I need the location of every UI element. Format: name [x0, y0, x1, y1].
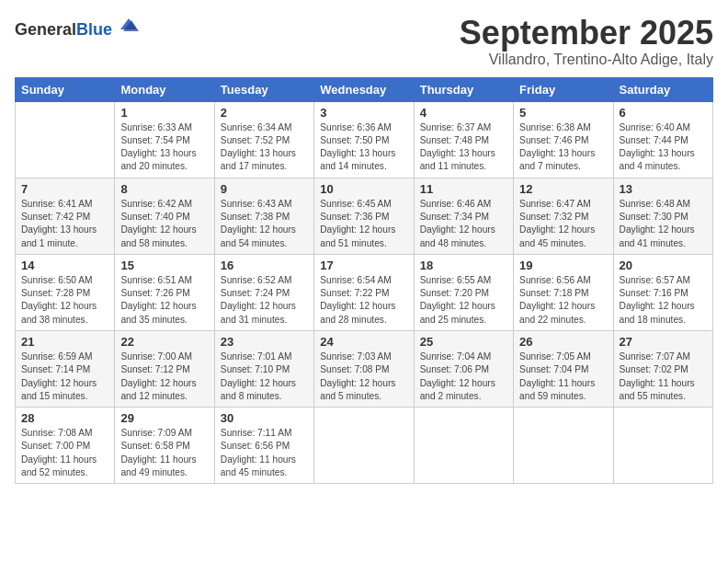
calendar-header-row: SundayMondayTuesdayWednesdayThursdayFrid…	[16, 77, 713, 101]
day-number: 20	[620, 259, 707, 272]
calendar-cell: 2Sunrise: 6:34 AM Sunset: 7:52 PM Daylig…	[214, 101, 313, 178]
day-number: 26	[519, 335, 607, 349]
day-number: 8	[120, 182, 208, 196]
calendar-table: SundayMondayTuesdayWednesdayThursdayFrid…	[15, 77, 713, 485]
header-cell-tuesday: Tuesday	[214, 77, 313, 101]
calendar-cell: 8Sunrise: 6:42 AM Sunset: 7:40 PM Daylig…	[115, 178, 214, 254]
calendar-cell: 27Sunrise: 7:07 AM Sunset: 7:02 PM Dayli…	[613, 330, 712, 407]
calendar-cell: 24Sunrise: 7:03 AM Sunset: 7:08 PM Dayli…	[314, 330, 414, 407]
header-cell-saturday: Saturday	[613, 77, 712, 101]
day-info: Sunrise: 6:34 AM Sunset: 7:52 PM Dayligh…	[221, 121, 308, 174]
day-number: 2	[221, 106, 308, 120]
calendar-cell: 25Sunrise: 7:04 AM Sunset: 7:06 PM Dayli…	[414, 330, 513, 407]
day-number: 24	[320, 335, 407, 349]
calendar-cell	[613, 408, 712, 484]
calendar-cell: 21Sunrise: 6:59 AM Sunset: 7:14 PM Dayli…	[16, 330, 115, 407]
day-info: Sunrise: 6:57 AM Sunset: 7:16 PM Dayligh…	[620, 274, 707, 327]
day-info: Sunrise: 6:42 AM Sunset: 7:40 PM Dayligh…	[120, 198, 208, 250]
day-info: Sunrise: 7:00 AM Sunset: 7:12 PM Dayligh…	[120, 350, 208, 403]
day-number: 7	[21, 182, 108, 196]
day-info: Sunrise: 6:36 AM Sunset: 7:50 PM Dayligh…	[320, 121, 407, 174]
day-info: Sunrise: 6:37 AM Sunset: 7:48 PM Dayligh…	[420, 121, 507, 174]
calendar-week-row: 1Sunrise: 6:33 AM Sunset: 7:54 PM Daylig…	[16, 101, 713, 178]
calendar-week-row: 7Sunrise: 6:41 AM Sunset: 7:42 PM Daylig…	[16, 178, 713, 254]
calendar-week-row: 28Sunrise: 7:08 AM Sunset: 7:00 PM Dayli…	[16, 408, 713, 484]
calendar-cell	[16, 101, 115, 178]
calendar-cell: 6Sunrise: 6:40 AM Sunset: 7:44 PM Daylig…	[613, 101, 712, 178]
day-info: Sunrise: 7:09 AM Sunset: 6:58 PM Dayligh…	[120, 427, 208, 479]
header-cell-sunday: Sunday	[16, 77, 115, 101]
calendar-cell: 4Sunrise: 6:37 AM Sunset: 7:48 PM Daylig…	[414, 101, 513, 178]
logo-icon	[119, 15, 139, 35]
day-info: Sunrise: 6:45 AM Sunset: 7:36 PM Dayligh…	[320, 198, 407, 250]
day-number: 15	[120, 259, 208, 272]
calendar-week-row: 21Sunrise: 6:59 AM Sunset: 7:14 PM Dayli…	[16, 330, 713, 407]
day-number: 18	[420, 259, 507, 272]
calendar-cell: 11Sunrise: 6:46 AM Sunset: 7:34 PM Dayli…	[414, 178, 513, 254]
calendar-cell: 30Sunrise: 7:11 AM Sunset: 6:56 PM Dayli…	[214, 408, 313, 484]
calendar-cell: 28Sunrise: 7:08 AM Sunset: 7:00 PM Dayli…	[16, 408, 115, 484]
month-title: September 2025	[460, 15, 713, 52]
page-header: GeneralBlue September 2025 Villandro, Tr…	[15, 15, 713, 68]
day-number: 19	[519, 259, 607, 272]
logo-blue: Blue	[76, 20, 112, 39]
calendar-cell: 7Sunrise: 6:41 AM Sunset: 7:42 PM Daylig…	[16, 178, 115, 254]
day-number: 10	[320, 182, 407, 196]
calendar-cell: 29Sunrise: 7:09 AM Sunset: 6:58 PM Dayli…	[115, 408, 214, 484]
calendar-cell: 19Sunrise: 6:56 AM Sunset: 7:18 PM Dayli…	[514, 254, 613, 330]
title-block: September 2025 Villandro, Trentino-Alto …	[460, 15, 713, 68]
calendar-cell	[414, 408, 513, 484]
day-info: Sunrise: 7:03 AM Sunset: 7:08 PM Dayligh…	[320, 350, 407, 403]
day-number: 23	[221, 335, 308, 349]
day-number: 17	[320, 259, 407, 272]
day-info: Sunrise: 6:47 AM Sunset: 7:32 PM Dayligh…	[519, 198, 607, 250]
calendar-cell: 5Sunrise: 6:38 AM Sunset: 7:46 PM Daylig…	[514, 101, 613, 178]
calendar-cell: 10Sunrise: 6:45 AM Sunset: 7:36 PM Dayli…	[314, 178, 414, 254]
day-number: 11	[420, 182, 507, 196]
day-info: Sunrise: 7:11 AM Sunset: 6:56 PM Dayligh…	[221, 427, 308, 479]
day-info: Sunrise: 6:50 AM Sunset: 7:28 PM Dayligh…	[21, 274, 108, 327]
calendar-cell: 9Sunrise: 6:43 AM Sunset: 7:38 PM Daylig…	[214, 178, 313, 254]
day-number: 9	[221, 182, 308, 196]
day-number: 16	[221, 259, 308, 272]
day-info: Sunrise: 6:40 AM Sunset: 7:44 PM Dayligh…	[620, 121, 707, 174]
calendar-cell: 18Sunrise: 6:55 AM Sunset: 7:20 PM Dayli…	[414, 254, 513, 330]
logo: GeneralBlue	[15, 15, 139, 40]
day-info: Sunrise: 6:33 AM Sunset: 7:54 PM Dayligh…	[120, 121, 208, 174]
calendar-cell: 22Sunrise: 7:00 AM Sunset: 7:12 PM Dayli…	[115, 330, 214, 407]
day-number: 4	[420, 106, 507, 120]
day-info: Sunrise: 7:05 AM Sunset: 7:04 PM Dayligh…	[519, 350, 607, 403]
day-info: Sunrise: 6:43 AM Sunset: 7:38 PM Dayligh…	[221, 198, 308, 250]
header-cell-monday: Monday	[115, 77, 214, 101]
calendar-cell: 1Sunrise: 6:33 AM Sunset: 7:54 PM Daylig…	[115, 101, 214, 178]
day-info: Sunrise: 6:41 AM Sunset: 7:42 PM Dayligh…	[21, 198, 108, 250]
day-info: Sunrise: 7:07 AM Sunset: 7:02 PM Dayligh…	[620, 350, 707, 403]
day-number: 21	[21, 335, 108, 349]
day-info: Sunrise: 6:51 AM Sunset: 7:26 PM Dayligh…	[120, 274, 208, 327]
day-info: Sunrise: 7:04 AM Sunset: 7:06 PM Dayligh…	[420, 350, 507, 403]
calendar-week-row: 14Sunrise: 6:50 AM Sunset: 7:28 PM Dayli…	[16, 254, 713, 330]
day-number: 25	[420, 335, 507, 349]
calendar-cell: 20Sunrise: 6:57 AM Sunset: 7:16 PM Dayli…	[613, 254, 712, 330]
calendar-cell: 14Sunrise: 6:50 AM Sunset: 7:28 PM Dayli…	[16, 254, 115, 330]
day-number: 22	[120, 335, 208, 349]
logo-general: General	[15, 20, 76, 39]
day-number: 12	[519, 182, 607, 196]
day-info: Sunrise: 6:55 AM Sunset: 7:20 PM Dayligh…	[420, 274, 507, 327]
day-number: 27	[620, 335, 707, 349]
day-info: Sunrise: 7:01 AM Sunset: 7:10 PM Dayligh…	[221, 350, 308, 403]
calendar-cell: 15Sunrise: 6:51 AM Sunset: 7:26 PM Dayli…	[115, 254, 214, 330]
day-info: Sunrise: 6:59 AM Sunset: 7:14 PM Dayligh…	[21, 350, 108, 403]
calendar-cell: 16Sunrise: 6:52 AM Sunset: 7:24 PM Dayli…	[214, 254, 313, 330]
calendar-cell: 23Sunrise: 7:01 AM Sunset: 7:10 PM Dayli…	[214, 330, 313, 407]
calendar-cell: 26Sunrise: 7:05 AM Sunset: 7:04 PM Dayli…	[514, 330, 613, 407]
header-cell-wednesday: Wednesday	[314, 77, 414, 101]
day-number: 1	[120, 106, 208, 120]
calendar-cell: 17Sunrise: 6:54 AM Sunset: 7:22 PM Dayli…	[314, 254, 414, 330]
day-number: 30	[221, 411, 308, 425]
day-number: 3	[320, 106, 407, 120]
day-info: Sunrise: 6:38 AM Sunset: 7:46 PM Dayligh…	[519, 121, 607, 174]
day-number: 29	[120, 411, 208, 425]
day-info: Sunrise: 6:56 AM Sunset: 7:18 PM Dayligh…	[519, 274, 607, 327]
day-info: Sunrise: 7:08 AM Sunset: 7:00 PM Dayligh…	[21, 427, 108, 479]
